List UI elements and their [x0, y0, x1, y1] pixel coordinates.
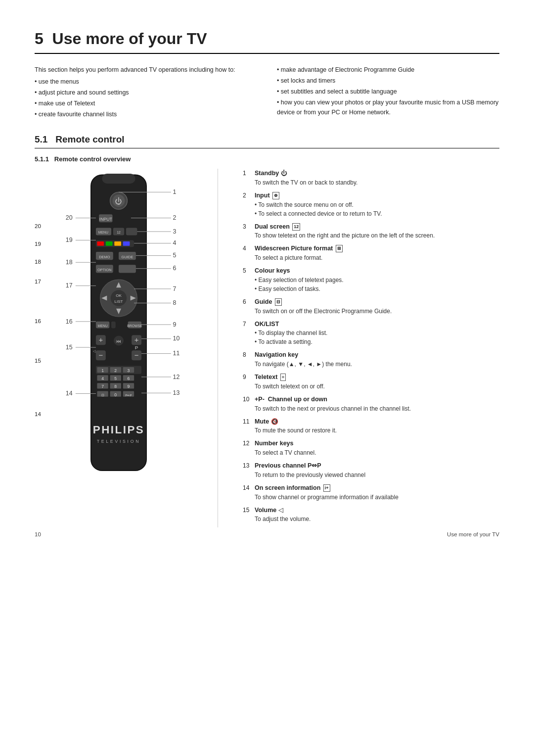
entry-title-13: Previous channel P⇔P: [255, 462, 321, 469]
callout-15: 15: [35, 358, 41, 364]
entry-body-6: To switch on or off the Electronic Progr…: [255, 307, 499, 316]
footer-section-title: Use more of your TV: [447, 531, 499, 537]
entry-content-11: Mute 🔇 To mute the sound or restore it.: [255, 417, 499, 435]
svg-text:DEMO: DEMO: [99, 255, 110, 259]
entry-num-9: 9: [243, 373, 252, 391]
entry-num-15: 15: [243, 506, 252, 524]
svg-text:−: −: [134, 351, 139, 359]
intro-right-col: make advantage of Electronic Programme G…: [277, 65, 499, 120]
svg-text:⊡: ⊡: [101, 393, 104, 397]
entry-num-14: 14: [243, 483, 252, 502]
remote-area: 20 19 18 17 16 15 14 ⏻: [35, 169, 499, 527]
entry-body-2: To switch the source menu on or off. To …: [255, 200, 499, 218]
svg-rect-50: [111, 322, 116, 329]
svg-text:13: 13: [173, 389, 180, 396]
bullet-item: make use of Teletext: [35, 98, 257, 108]
section-51-heading: 5.1 Remote control: [35, 134, 499, 148]
entry-2: 2 Input ⊕ To switch the source menu on o…: [243, 191, 499, 218]
entry-num-4: 4: [243, 244, 252, 262]
callout-16: 16: [35, 318, 41, 324]
svg-text:3: 3: [173, 228, 177, 235]
svg-text:12: 12: [117, 231, 121, 234]
svg-text:OPTION: OPTION: [97, 268, 112, 272]
svg-text:10: 10: [173, 335, 180, 342]
svg-text:17: 17: [66, 282, 73, 289]
entry-content-14: On screen information i+ To show channel…: [255, 483, 499, 502]
bullet-item: adjust picture and sound settings: [35, 88, 257, 97]
svg-text:8: 8: [173, 299, 177, 306]
intro-right-bullets: make advantage of Electronic Programme G…: [277, 65, 499, 117]
svg-rect-22: [123, 241, 130, 246]
entry-11: 11 Mute 🔇 To mute the sound or restore i…: [243, 417, 499, 435]
svg-text:15: 15: [66, 344, 73, 351]
svg-rect-15: [126, 228, 137, 236]
entry-content-10: +P- Channel up or down To switch to the …: [255, 395, 499, 413]
entry-10: 10 +P- Channel up or down To switch to t…: [243, 395, 499, 413]
entry-num-2: 2: [243, 191, 252, 218]
entry-content-13: Previous channel P⇔P To return to the pr…: [255, 461, 499, 479]
svg-text:18: 18: [66, 259, 73, 266]
entry-body-8: To navigate (▲, ▼, ◄, ►) the menu.: [255, 360, 499, 369]
entry-title-7: OK/LIST: [255, 321, 279, 328]
svg-text:2: 2: [173, 214, 177, 221]
vertical-divider: [218, 169, 218, 527]
entries-col: 1 Standby ⏻ To switch the TV on or back …: [243, 169, 499, 527]
entry-title-15: Volume ◁: [255, 507, 283, 514]
bullet-item: set locks and timers: [277, 76, 499, 86]
page-footer: 10 Use more of your TV: [35, 531, 499, 537]
svg-text:6: 6: [128, 376, 130, 381]
remote-diagram-col: 20 19 18 17 16 15 14 ⏻: [35, 169, 193, 527]
svg-rect-1: [102, 174, 135, 184]
intro-left-col: This section helps you perform advanced …: [35, 65, 257, 120]
entry-body-12: To select a TV channel.: [255, 448, 499, 457]
entry-8: 8 Navigation key To navigate (▲, ▼, ◄, ►…: [243, 350, 499, 369]
callout-18: 18: [35, 259, 41, 265]
svg-text:5: 5: [173, 252, 177, 259]
entry-body-15: To adjust the volume.: [255, 515, 499, 523]
entry-14: 14 On screen information i+ To show chan…: [243, 483, 499, 502]
entry-content-7: OK/LIST To display the channel list. To …: [255, 320, 499, 347]
entry-content-6: Guide ⊟ To switch on or off the Electron…: [255, 297, 499, 316]
entry-1: 1 Standby ⏻ To switch the TV on or back …: [243, 169, 499, 187]
entry-4: 4 Widescreen Picture format ⊞ To select …: [243, 244, 499, 262]
svg-text:TELEVISION: TELEVISION: [97, 439, 141, 444]
entry-9: 9 Teletext ≡ To switch teletext on or of…: [243, 373, 499, 391]
svg-rect-20: [106, 241, 113, 246]
svg-text:2: 2: [114, 368, 117, 373]
entry-13: 13 Previous channel P⇔P To return to the…: [243, 461, 499, 479]
svg-text:4: 4: [101, 376, 104, 381]
svg-text:+: +: [99, 335, 103, 344]
entry-12: 12 Number keys To select a TV channel.: [243, 439, 499, 457]
bullet-item: set subtitles and select a subtitle lang…: [277, 87, 499, 96]
entry-15: 15 Volume ◁ To adjust the volume.: [243, 506, 499, 524]
svg-text:LIST: LIST: [114, 299, 123, 304]
entry-content-15: Volume ◁ To adjust the volume.: [255, 506, 499, 524]
bullet-item: how you can view your photos or play you…: [277, 97, 499, 117]
svg-text:INPUT: INPUT: [99, 217, 113, 222]
entry-body-7: To display the channel list. To activate…: [255, 329, 499, 346]
entry-body-9: To switch teletext on or off.: [255, 382, 499, 391]
entry-num-12: 12: [243, 439, 252, 457]
remote-entries-list: 1 Standby ⏻ To switch the TV on or back …: [243, 169, 499, 523]
entry-title-3: Dual screen 12: [255, 223, 300, 230]
entry-body-4: To select a picture format.: [255, 253, 499, 262]
entry-body-3: To show teletext on the right and the pi…: [255, 231, 499, 240]
svg-rect-19: [97, 241, 104, 246]
entry-num-8: 8: [243, 350, 252, 369]
svg-text:4: 4: [173, 239, 177, 246]
bullet-item: create favourite channel lists: [35, 109, 257, 119]
intro-para: This section helps you perform advanced …: [35, 65, 257, 75]
svg-text:⏮: ⏮: [116, 338, 121, 344]
footer-page-number: 10: [35, 531, 41, 537]
entry-content-4: Widescreen Picture format ⊞ To select a …: [255, 244, 499, 262]
entry-title-9: Teletext ≡: [255, 374, 286, 380]
entry-num-11: 11: [243, 417, 252, 435]
svg-text:3: 3: [128, 368, 130, 373]
svg-text:0: 0: [114, 392, 117, 397]
entry-content-12: Number keys To select a TV channel.: [255, 439, 499, 457]
chapter-title-text: Use more of your TV: [52, 30, 207, 47]
callout-20: 20: [35, 223, 41, 229]
svg-text:1: 1: [173, 189, 177, 195]
svg-text:BROWSE: BROWSE: [127, 324, 142, 328]
svg-text:9: 9: [173, 321, 177, 328]
